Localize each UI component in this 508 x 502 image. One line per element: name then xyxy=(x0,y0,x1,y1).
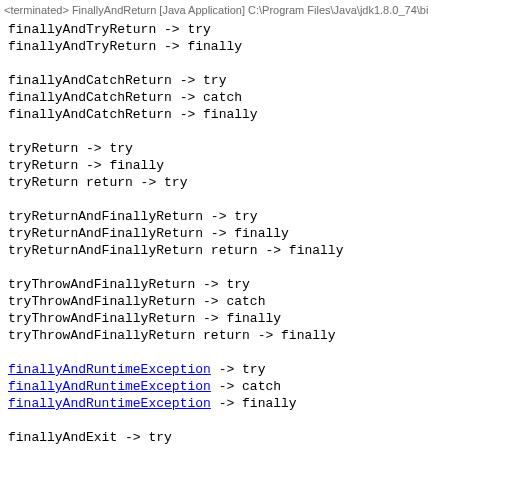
console-header: <terminated> FinallyAndReturn [Java Appl… xyxy=(0,0,508,21)
console-text: -> finally xyxy=(211,396,297,411)
runtime-path: C:\Program Files\Java\jdk1.8.0_74\bi xyxy=(248,4,428,16)
console-line: finallyAndCatchReturn -> catch xyxy=(0,89,508,106)
launch-type: [Java Application] xyxy=(159,4,245,16)
console-line: finallyAndRuntimeException -> try xyxy=(0,361,508,378)
stack-trace-link[interactable]: finallyAndRuntimeException xyxy=(8,362,211,377)
console-line: tryReturn -> try xyxy=(0,140,508,157)
console-blank-line xyxy=(0,344,508,361)
console-blank-line xyxy=(0,123,508,140)
console-blank-line xyxy=(0,259,508,276)
console-line: finallyAndCatchReturn -> finally xyxy=(0,106,508,123)
console-line: finallyAndTryReturn -> try xyxy=(0,21,508,38)
console-line: tryThrowAndFinallyReturn -> try xyxy=(0,276,508,293)
process-status: <terminated> xyxy=(4,4,69,16)
console-line: tryReturnAndFinallyReturn -> finally xyxy=(0,225,508,242)
console-blank-line xyxy=(0,55,508,72)
console-line: tryThrowAndFinallyReturn return -> final… xyxy=(0,327,508,344)
console-line: tryReturn return -> try xyxy=(0,174,508,191)
console-text: -> try xyxy=(211,362,266,377)
console-line: finallyAndCatchReturn -> try xyxy=(0,72,508,89)
console-line: finallyAndTryReturn -> finally xyxy=(0,38,508,55)
stack-trace-link[interactable]: finallyAndRuntimeException xyxy=(8,396,211,411)
console-blank-line xyxy=(0,412,508,429)
console-line: tryReturn -> finally xyxy=(0,157,508,174)
stack-trace-link[interactable]: finallyAndRuntimeException xyxy=(8,379,211,394)
console-line: finallyAndRuntimeException -> catch xyxy=(0,378,508,395)
run-config-name: FinallyAndReturn xyxy=(72,4,156,16)
console-line: finallyAndRuntimeException -> finally xyxy=(0,395,508,412)
console-line: tryThrowAndFinallyReturn -> catch xyxy=(0,293,508,310)
console-view: <terminated> FinallyAndReturn [Java Appl… xyxy=(0,0,508,446)
console-blank-line xyxy=(0,191,508,208)
console-line: tryReturnAndFinallyReturn return -> fina… xyxy=(0,242,508,259)
console-text: -> catch xyxy=(211,379,281,394)
console-line: tryThrowAndFinallyReturn -> finally xyxy=(0,310,508,327)
console-line: tryReturnAndFinallyReturn -> try xyxy=(0,208,508,225)
console-line: finallyAndExit -> try xyxy=(0,429,508,446)
console-output: finallyAndTryReturn -> tryfinallyAndTryR… xyxy=(0,21,508,446)
